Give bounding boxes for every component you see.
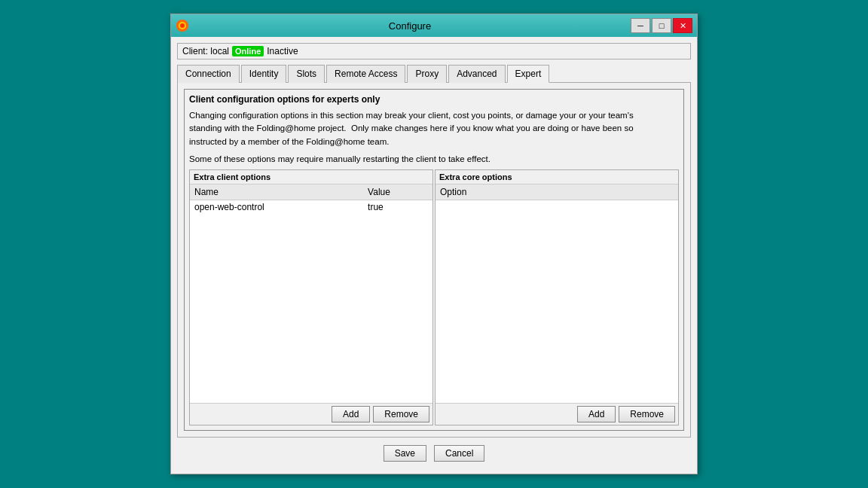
client-options-table: Name Value open-web-control true (190, 185, 432, 214)
row-name: open-web-control (190, 200, 363, 214)
online-badge: Online (232, 46, 264, 56)
left-remove-button[interactable]: Remove (373, 406, 429, 422)
title-bar: Configure ─ □ ✕ (171, 14, 697, 37)
right-add-button[interactable]: Add (577, 406, 616, 422)
col-option-header: Option (436, 185, 678, 200)
expert-note-text: Some of these options may require manual… (189, 154, 679, 163)
tab-bar: Connection Identity Slots Remote Access … (177, 64, 691, 83)
right-panel-buttons: Add Remove (436, 403, 678, 425)
window-body: Client: local Online Inactive Connection… (171, 37, 697, 474)
tab-slots[interactable]: Slots (288, 65, 325, 83)
expert-box-title: Client configuration options for experts… (189, 94, 679, 105)
right-panel-header: Extra core options (436, 170, 678, 185)
minimize-button[interactable]: ─ (631, 18, 650, 33)
right-panel-table-area: Option (436, 185, 678, 403)
tab-identity[interactable]: Identity (241, 65, 287, 83)
tab-proxy[interactable]: Proxy (407, 65, 447, 83)
svg-point-2 (180, 23, 185, 28)
left-add-button[interactable]: Add (332, 406, 370, 422)
left-panel-table-area: Name Value open-web-control true (190, 185, 432, 403)
tab-advanced[interactable]: Advanced (448, 65, 505, 83)
tab-remote-access[interactable]: Remote Access (326, 65, 405, 83)
extra-core-options-panel: Extra core options Option (435, 169, 679, 425)
close-button[interactable]: ✕ (673, 18, 692, 33)
expert-options-box: Client configuration options for experts… (184, 89, 684, 431)
core-options-table: Option (436, 185, 678, 200)
tab-expert[interactable]: Expert (507, 65, 550, 83)
maximize-button[interactable]: □ (652, 18, 671, 33)
app-icon (176, 19, 189, 32)
tab-connection[interactable]: Connection (177, 65, 240, 83)
client-status-bar: Client: local Online Inactive (177, 43, 691, 59)
table-row[interactable]: open-web-control true (190, 200, 432, 214)
cancel-button[interactable]: Cancel (434, 445, 484, 462)
window-controls: ─ □ ✕ (631, 18, 692, 33)
col-name-header: Name (190, 185, 363, 200)
options-panels: Extra client options Name Value (189, 169, 679, 425)
client-label: Client: local (182, 46, 229, 56)
expert-warning-text: Changing configuration options in this s… (189, 109, 679, 148)
window-title: Configure (189, 20, 631, 32)
right-remove-button[interactable]: Remove (619, 406, 675, 422)
bottom-buttons: Save Cancel (177, 438, 691, 468)
left-panel-buttons: Add Remove (190, 403, 432, 425)
save-button[interactable]: Save (384, 445, 426, 462)
extra-client-options-panel: Extra client options Name Value (189, 169, 433, 425)
configure-window: Configure ─ □ ✕ Client: local Online Ina… (170, 14, 698, 474)
tab-content-expert: Client configuration options for experts… (177, 83, 691, 438)
col-value-header: Value (363, 185, 432, 200)
left-panel-header: Extra client options (190, 170, 432, 185)
row-value: true (363, 200, 432, 214)
inactive-label: Inactive (267, 46, 298, 56)
